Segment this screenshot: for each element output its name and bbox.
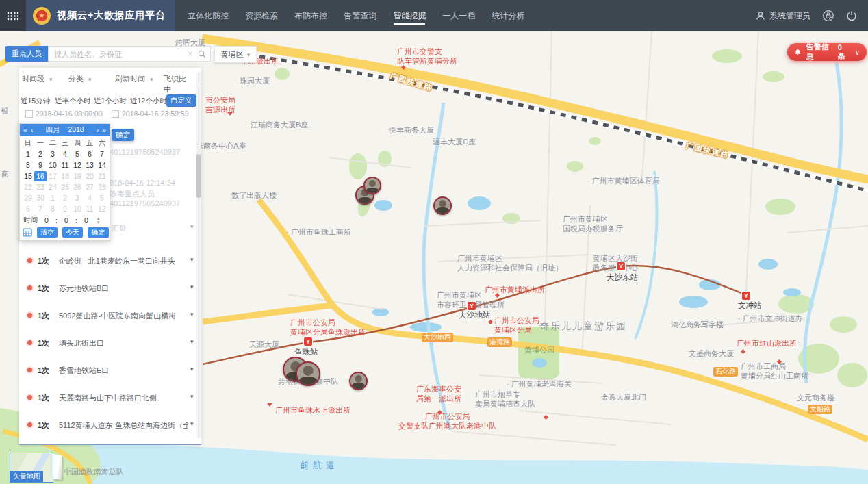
calendar-day[interactable]: 13 xyxy=(84,160,96,170)
person-marker[interactable] xyxy=(349,372,368,390)
calendar-day[interactable]: 7 xyxy=(34,204,47,214)
menu-item[interactable]: 一人一档 xyxy=(442,0,475,31)
app-grid-button[interactable] xyxy=(0,0,26,31)
calendar-day[interactable]: 7 xyxy=(96,149,108,160)
chevron-down-icon[interactable]: ▾ xyxy=(190,283,194,290)
user-menu[interactable]: 系统管理员 xyxy=(756,10,810,22)
calendar-icon[interactable] xyxy=(23,227,32,237)
chevron-down-icon[interactable]: ▾ xyxy=(190,338,194,345)
calendar-day[interactable]: 29 xyxy=(22,193,34,203)
menu-item[interactable]: 资源检索 xyxy=(245,0,278,31)
chevron-down-icon[interactable]: ▾ xyxy=(190,256,194,263)
calendar-day[interactable]: 14 xyxy=(96,160,108,170)
metro-station-icon[interactable]: Y xyxy=(468,302,476,310)
calendar-day[interactable]: 4 xyxy=(59,149,71,160)
time-stepper[interactable]: ▲▼ xyxy=(97,217,101,225)
calendar-day[interactable]: 24 xyxy=(47,182,59,192)
calendar-day[interactable]: 4 xyxy=(84,193,96,203)
calendar-day[interactable]: 27 xyxy=(84,182,96,192)
scrollbar-thumb[interactable] xyxy=(196,154,201,198)
metro-station-icon[interactable]: Y xyxy=(617,262,625,270)
tab-key-person[interactable]: 重点人员 xyxy=(5,46,48,62)
person-marker[interactable] xyxy=(296,361,320,386)
next-month-button[interactable]: › xyxy=(97,126,99,134)
calendar-day[interactable]: 11 xyxy=(59,160,71,170)
calendar-day[interactable]: 10 xyxy=(71,204,84,214)
calendar-day[interactable]: 3 xyxy=(71,193,84,203)
logout-button[interactable] xyxy=(846,10,857,21)
calendar-day[interactable]: 30 xyxy=(34,193,47,203)
calendar-day[interactable]: 10 xyxy=(47,160,59,170)
menu-item[interactable]: 智能挖掘 xyxy=(393,0,426,31)
year-select[interactable]: 2018 xyxy=(68,125,84,135)
minimap[interactable]: 矢量地图 xyxy=(10,453,53,483)
calendar-day[interactable]: 17 xyxy=(47,171,59,181)
calendar-day[interactable]: 2 xyxy=(59,193,71,203)
list-item[interactable]: 1次香雪地铁站E口▾ xyxy=(19,365,201,376)
calendar-day[interactable]: 2 xyxy=(34,149,47,160)
menu-item[interactable]: 立体化防控 xyxy=(188,0,229,31)
chevron-down-icon[interactable]: ▾ xyxy=(190,393,194,400)
calendar-day[interactable]: 11 xyxy=(84,204,96,214)
calendar-day[interactable]: 12 xyxy=(96,204,108,214)
calendar-day[interactable]: 18 xyxy=(59,171,71,181)
person-marker[interactable] xyxy=(433,196,452,215)
calendar-day[interactable]: 6 xyxy=(84,149,96,160)
alert-banner[interactable]: 告警信息 0 条 ∨ xyxy=(787,43,867,61)
calendar-day[interactable]: 20 xyxy=(84,171,96,181)
security-settings-button[interactable] xyxy=(822,10,834,22)
list-item[interactable]: 1次苏元地铁站B口▾ xyxy=(19,283,201,294)
clear-icon[interactable]: × xyxy=(188,49,192,59)
confirm-range-button[interactable]: 确定 xyxy=(112,129,134,141)
list-item[interactable]: 1次企岭街 - 北1巷麦岭东一巷口向井头▾ xyxy=(19,255,201,266)
step-down-icon[interactable]: ▼ xyxy=(97,221,101,225)
clear-button[interactable]: 清空 xyxy=(37,227,58,238)
prev-year-button[interactable]: « xyxy=(23,126,27,134)
calendar-day[interactable]: 28 xyxy=(96,182,108,192)
calendar-day[interactable]: 16 xyxy=(34,171,47,181)
minute-value[interactable]: 0 xyxy=(62,216,71,225)
panel-scrollbar[interactable] xyxy=(196,72,201,438)
chevron-down-icon[interactable]: ▾ xyxy=(190,366,194,372)
district-select[interactable]: 黄埔区 ▾ xyxy=(214,46,257,63)
metro-station-icon[interactable]: Y xyxy=(304,337,312,346)
list-item[interactable]: 1次5092蟹山路-中医院东南向蟹山横街▾ xyxy=(19,310,201,321)
menu-item[interactable]: 告警查询 xyxy=(344,0,376,31)
calendar-day[interactable]: 9 xyxy=(34,160,47,170)
list-item[interactable]: 1次塘头北街出口▾ xyxy=(19,337,201,348)
step-up-icon[interactable]: ▲ xyxy=(97,217,101,220)
calendar-day[interactable]: 8 xyxy=(47,204,59,214)
chevron-down-icon[interactable]: ∨ xyxy=(855,49,860,56)
calendar-day[interactable]: 22 xyxy=(22,182,34,192)
menu-item[interactable]: 布防布控 xyxy=(294,0,327,31)
calendar-day[interactable]: 5 xyxy=(96,193,108,203)
chevron-down-icon[interactable]: ▾ xyxy=(190,311,194,318)
person-marker[interactable] xyxy=(363,177,381,194)
search-input[interactable] xyxy=(53,49,185,59)
second-value[interactable]: 0 xyxy=(82,216,90,225)
calendar-day[interactable]: 12 xyxy=(71,160,84,170)
calendar-day[interactable]: 8 xyxy=(22,160,34,170)
menu-item[interactable]: 统计分析 xyxy=(492,0,524,31)
calendar-day[interactable]: 6 xyxy=(22,204,34,214)
next-year-button[interactable]: » xyxy=(102,126,106,134)
ok-button[interactable]: 确定 xyxy=(88,227,109,238)
calendar-day[interactable]: 15 xyxy=(22,171,34,181)
today-button[interactable]: 今天 xyxy=(62,227,83,238)
metro-station-icon[interactable]: Y xyxy=(742,292,750,300)
chevron-down-icon[interactable]: ▾ xyxy=(190,420,194,427)
calendar-day[interactable]: 1 xyxy=(22,149,34,160)
calendar-day[interactable]: 1 xyxy=(47,193,59,203)
calendar-day[interactable]: 19 xyxy=(71,171,84,181)
search-icon[interactable] xyxy=(198,50,206,58)
calendar-day[interactable]: 25 xyxy=(59,182,71,192)
calendar-day[interactable]: 23 xyxy=(34,182,47,192)
calendar-day[interactable]: 26 xyxy=(71,182,84,192)
prev-month-button[interactable]: ‹ xyxy=(31,126,34,134)
calendar-day[interactable]: 3 xyxy=(47,149,59,160)
calendar-day[interactable]: 5 xyxy=(71,149,84,160)
list-item[interactable]: 1次天麓南路与山下中路路口北侧▾ xyxy=(19,392,201,403)
calendar-day[interactable]: 21 xyxy=(96,171,108,181)
list-item[interactable]: 1次5112黄埔大道东-鱼珠总站向海边街（全）▾ xyxy=(19,420,201,431)
month-select[interactable]: 四月 xyxy=(45,125,60,135)
